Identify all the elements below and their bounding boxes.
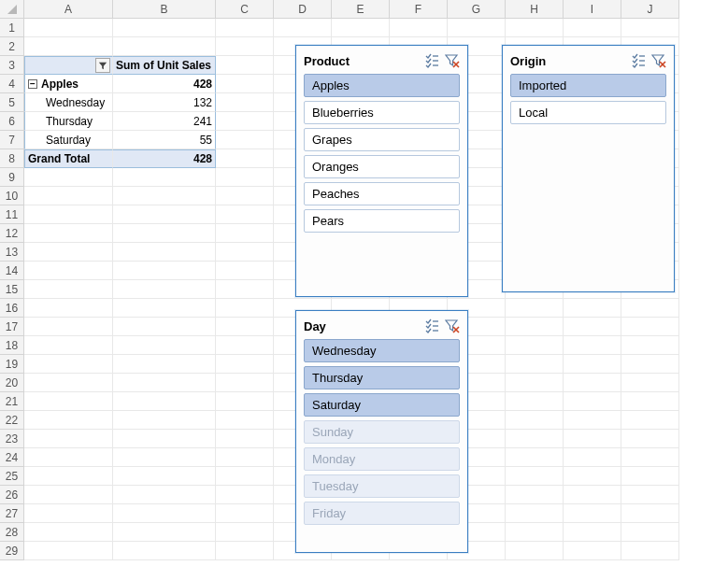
cell[interactable] bbox=[216, 430, 274, 448]
multi-select-icon[interactable] bbox=[631, 53, 646, 68]
cell[interactable] bbox=[24, 430, 113, 448]
cell[interactable] bbox=[621, 504, 679, 523]
cell[interactable] bbox=[621, 448, 679, 467]
cell[interactable] bbox=[621, 336, 679, 355]
row-label-filter-icon[interactable] bbox=[95, 58, 110, 73]
column-header[interactable]: F bbox=[390, 0, 448, 19]
slicer-item[interactable]: Wednesday bbox=[304, 339, 460, 362]
row-header[interactable]: 23 bbox=[0, 430, 24, 448]
cell[interactable] bbox=[24, 504, 113, 523]
pivot-grand-total-value[interactable]: 428 bbox=[113, 149, 216, 168]
cell[interactable] bbox=[506, 392, 564, 411]
cell[interactable] bbox=[506, 523, 564, 542]
cell[interactable] bbox=[113, 336, 216, 355]
cell[interactable] bbox=[113, 523, 216, 542]
cell[interactable] bbox=[113, 411, 216, 430]
cell[interactable] bbox=[216, 318, 274, 336]
slicer-day[interactable]: Day WednesdayThursdaySaturdaySundayMonda… bbox=[295, 310, 468, 553]
cell[interactable] bbox=[564, 392, 621, 411]
cell[interactable] bbox=[113, 243, 216, 262]
cell[interactable] bbox=[216, 486, 274, 504]
cell[interactable] bbox=[113, 467, 216, 486]
row-header[interactable]: 4 bbox=[0, 75, 24, 93]
cell[interactable] bbox=[506, 355, 564, 374]
slicer-item[interactable]: Imported bbox=[510, 74, 666, 97]
cell[interactable] bbox=[24, 523, 113, 542]
cell[interactable] bbox=[113, 205, 216, 224]
cell[interactable] bbox=[216, 523, 274, 542]
row-header[interactable]: 24 bbox=[0, 448, 24, 467]
cell[interactable] bbox=[24, 542, 113, 560]
multi-select-icon[interactable] bbox=[424, 53, 439, 68]
pivot-grand-total-label[interactable]: Grand Total bbox=[24, 149, 113, 168]
column-header[interactable]: G bbox=[448, 0, 506, 19]
cell[interactable] bbox=[216, 542, 274, 560]
cell[interactable] bbox=[216, 374, 274, 392]
cell[interactable] bbox=[113, 374, 216, 392]
cell[interactable] bbox=[390, 19, 448, 37]
cell[interactable] bbox=[24, 448, 113, 467]
row-header[interactable]: 16 bbox=[0, 299, 24, 318]
cell[interactable] bbox=[113, 392, 216, 411]
cell[interactable] bbox=[506, 430, 564, 448]
row-header[interactable]: 2 bbox=[0, 37, 24, 56]
cell[interactable] bbox=[564, 19, 621, 37]
cell[interactable] bbox=[113, 19, 216, 37]
cell[interactable] bbox=[113, 542, 216, 560]
cell[interactable] bbox=[216, 149, 274, 168]
cell[interactable] bbox=[24, 56, 113, 75]
cell[interactable] bbox=[113, 37, 216, 56]
cell[interactable] bbox=[506, 19, 564, 37]
row-header[interactable]: 8 bbox=[0, 149, 24, 168]
slicer-item[interactable]: Friday bbox=[304, 502, 460, 525]
cell[interactable] bbox=[216, 355, 274, 374]
cell[interactable] bbox=[113, 299, 216, 318]
cell[interactable] bbox=[506, 318, 564, 336]
cell[interactable] bbox=[621, 19, 679, 37]
cell[interactable] bbox=[24, 37, 113, 56]
cell[interactable] bbox=[113, 504, 216, 523]
cell[interactable] bbox=[506, 504, 564, 523]
row-header[interactable]: 17 bbox=[0, 318, 24, 336]
slicer-item[interactable]: Tuesday bbox=[304, 474, 460, 498]
cell[interactable] bbox=[564, 299, 621, 318]
cell[interactable] bbox=[216, 56, 274, 75]
row-header[interactable]: 18 bbox=[0, 336, 24, 355]
cell[interactable] bbox=[564, 318, 621, 336]
cell[interactable] bbox=[216, 112, 274, 131]
pivot-group-total[interactable]: 428 bbox=[113, 75, 216, 93]
cell[interactable] bbox=[24, 262, 113, 280]
column-header[interactable]: E bbox=[332, 0, 390, 19]
column-header[interactable]: D bbox=[274, 0, 332, 19]
clear-filter-icon[interactable] bbox=[445, 318, 460, 333]
cell[interactable] bbox=[621, 355, 679, 374]
cell[interactable] bbox=[506, 336, 564, 355]
cell[interactable] bbox=[216, 93, 274, 112]
cell[interactable] bbox=[216, 299, 274, 318]
cell[interactable] bbox=[564, 336, 621, 355]
column-header[interactable]: I bbox=[564, 0, 621, 19]
cell[interactable] bbox=[621, 467, 679, 486]
cell[interactable] bbox=[564, 504, 621, 523]
cell[interactable] bbox=[564, 542, 621, 560]
cell[interactable] bbox=[113, 448, 216, 467]
cell[interactable] bbox=[216, 205, 274, 224]
cell[interactable] bbox=[216, 336, 274, 355]
cell[interactable] bbox=[216, 392, 274, 411]
pivot-value-field-header[interactable]: Sum of Unit Sales bbox=[113, 56, 216, 75]
cell[interactable] bbox=[24, 318, 113, 336]
cell[interactable] bbox=[564, 448, 621, 467]
cell[interactable] bbox=[621, 299, 679, 318]
cell[interactable] bbox=[113, 168, 216, 187]
pivot-detail-value[interactable]: 241 bbox=[113, 112, 216, 131]
slicer-item[interactable]: Monday bbox=[304, 447, 460, 471]
cell[interactable]: −Apples bbox=[24, 75, 113, 93]
cell[interactable] bbox=[621, 374, 679, 392]
cell[interactable] bbox=[216, 187, 274, 205]
row-header[interactable]: 14 bbox=[0, 262, 24, 280]
row-header[interactable]: 21 bbox=[0, 392, 24, 411]
slicer-item[interactable]: Sunday bbox=[304, 420, 460, 444]
cell[interactable] bbox=[564, 486, 621, 504]
column-header[interactable]: J bbox=[621, 0, 679, 19]
cell[interactable] bbox=[216, 75, 274, 93]
